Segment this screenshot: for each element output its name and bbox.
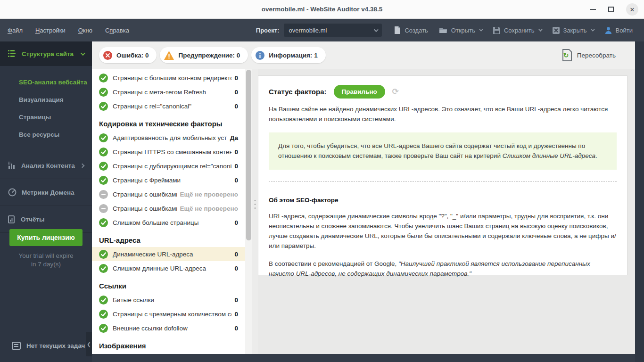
factor-group-header: Кодировка и технические факторы [92,113,252,131]
tasks-status[interactable]: Нет текущих задач [12,342,85,350]
sidebar-item-pages[interactable]: Страницы [19,108,92,126]
factor-row-label: Страницы с большим кол-вом редиректов [113,74,231,82]
folder-icon [439,27,447,33]
login-button[interactable]: Войти [605,27,633,34]
buy-license-button[interactable]: Купить лицензию [9,229,83,246]
factor-row[interactable]: Битые ссылки 0 [92,293,245,307]
factor-row[interactable]: Страницы с ошибками ... Ещё не проверено [92,201,245,215]
factor-row[interactable]: Адаптированность для мобильных устро... … [92,131,245,145]
check-icon [99,148,108,156]
chevron-down-icon [374,27,379,32]
factor-row[interactable]: Внешние ссылки dofollow 0 [92,321,245,335]
sidebar-section-content-analysis[interactable]: Анализ Контента [0,152,92,179]
pending-icon [99,204,108,213]
factor-row[interactable]: Страницы с мета-тегом Refresh 0 [92,85,245,99]
factor-row-value: 0 [234,148,238,156]
recheck-icon[interactable]: ⟳ [392,87,399,97]
sidebar-section-label: Структура сайта [22,50,74,58]
sidebar-collapse-tab[interactable]: ❮ [86,332,92,356]
factor-status-label: Статус фактора: [269,88,327,96]
trial-expire-note: Your trial will expire in 7 day(s) [0,252,92,269]
factor-row[interactable]: Страницы с чрезмерным количеством ссы...… [92,307,245,321]
menu-file[interactable]: Файл [8,27,23,34]
rebuild-button[interactable]: ↻ Пересобрать [562,49,616,61]
close-project-button[interactable]: Закрыть [553,27,594,34]
factor-list-scrollbar[interactable] [245,69,252,354]
site-structure-icon [8,50,17,58]
splitter-handle-icon [255,200,256,209]
factor-row-label: Внешние ссылки dofollow [113,325,231,332]
save-button[interactable]: Сохранить [493,27,541,34]
gauge-icon [8,188,17,197]
factor-row-label: Страницы с ошибками ... [113,205,177,212]
pending-icon [99,190,108,199]
create-button[interactable]: Создать [394,26,428,34]
sidebar-submenu: SEO-анализ вебсайта Визуализация Страниц… [0,66,92,152]
project-select-value: overmobile.ml [289,27,327,34]
error-badge[interactable]: Ошибка: 0 [99,47,157,63]
factor-group-header: Ссылки [92,275,252,293]
project-select[interactable]: overmobile.ml [284,24,382,37]
error-icon [103,51,112,60]
factor-row[interactable]: Динамические URL-адреса 0 [92,247,245,261]
factor-row[interactable]: Страницы с rel="canonical" 0 [92,99,245,113]
menu-help[interactable]: Справка [105,27,129,34]
dashed-divider [269,181,617,182]
factor-row[interactable]: Страницы с большим кол-вом редиректов 0 [92,71,245,85]
check-icon [99,250,108,259]
factor-row-label: Страницы HTTPS со смешанным контентом [113,148,231,156]
check-icon [99,88,108,97]
tasks-icon [12,342,21,350]
scrollbar-thumb[interactable] [246,70,251,240]
bottom-edge-panel [92,354,635,362]
titlebar: overmobile.ml - WebSite Auditor v4.38.5 … [0,0,644,19]
factor-row-label: Страницы с rel="canonical" [113,103,231,110]
maximize-button[interactable] [608,7,614,12]
app-window: overmobile.ml - WebSite Auditor v4.38.5 … [0,0,644,362]
panel-splitter[interactable] [252,69,258,354]
factor-row-label: Страницы с чрезмерным количеством ссы... [113,311,231,318]
menu-settings[interactable]: Настройки [35,27,66,34]
warning-badge[interactable]: Предупреждение: 0 [160,47,248,63]
factor-row-value: Ещё не проверено [180,191,239,198]
menubar: Файл Настройки Окно Справка Проект: over… [0,19,644,41]
factor-list-rows: Страницы с большим кол-вом редиректов 0 … [92,69,252,353]
check-icon [99,296,108,304]
factor-row-value: 0 [234,163,238,170]
factor-list: Страницы с большим кол-вом редиректов 0 … [92,69,252,354]
factor-row[interactable]: Страницы с Фреймами 0 [92,173,245,187]
sidebar-item-seo-analysis[interactable]: SEO-анализ вебсайта [19,74,92,91]
sidebar-item-resources[interactable]: Все ресурсы [19,126,92,143]
factor-row-label: Слишком длинные URL-адреса [113,265,231,272]
sidebar-section-domain-metrics[interactable]: Метрики Домена [0,179,92,206]
minimize-button[interactable] [590,9,596,10]
factor-row[interactable]: Слишком большие страницы 0 [92,215,245,230]
info-count: 1 [314,52,318,59]
factor-row-value: 0 [234,296,238,304]
factor-row[interactable]: Слишком длинные URL-адреса 0 [92,261,245,275]
info-icon [256,51,264,60]
floppy-icon [493,27,500,34]
factor-row[interactable]: Страницы с дублирующимся rel="canonical"… [92,159,245,173]
open-button[interactable]: Открыть [439,27,482,34]
factor-row-label: Страницы с ошибками ... [113,191,177,198]
factor-row-value: 0 [234,103,238,110]
factor-row-value: 0 [234,325,238,332]
factor-row[interactable]: Страницы с ошибками ... Ещё не проверено [92,187,245,201]
sidebar-item-visualization[interactable]: Визуализация [19,91,92,108]
info-badge[interactable]: Информация: 1 [251,47,325,63]
factor-detail-card: Статус фактора: Правильно ⟳ На Вашем сай… [258,75,627,275]
check-icon [99,218,108,227]
factor-detail-panel: Статус фактора: Правильно ⟳ На Вашем сай… [258,69,635,354]
factor-summary: На Вашем сайте не найдено динамических U… [269,105,617,124]
factor-row[interactable]: Страницы HTTPS со смешанным контентом 0 [92,145,245,159]
related-factor-link[interactable]: Слишком длинные URL-адреса [503,152,595,159]
factor-row-label: Страницы с мета-тегом Refresh [113,89,231,96]
menu-window[interactable]: Окно [78,27,92,34]
sidebar-section-structure[interactable]: Структура сайта [0,41,92,66]
check-icon [99,133,108,142]
factor-row-label: Страницы с Фреймами [113,177,231,184]
factor-row-label: Адаптированность для мобильных устро... [113,134,227,141]
close-button[interactable]: ✕ [626,3,638,16]
factor-row-label: Динамические URL-адреса [113,251,231,258]
